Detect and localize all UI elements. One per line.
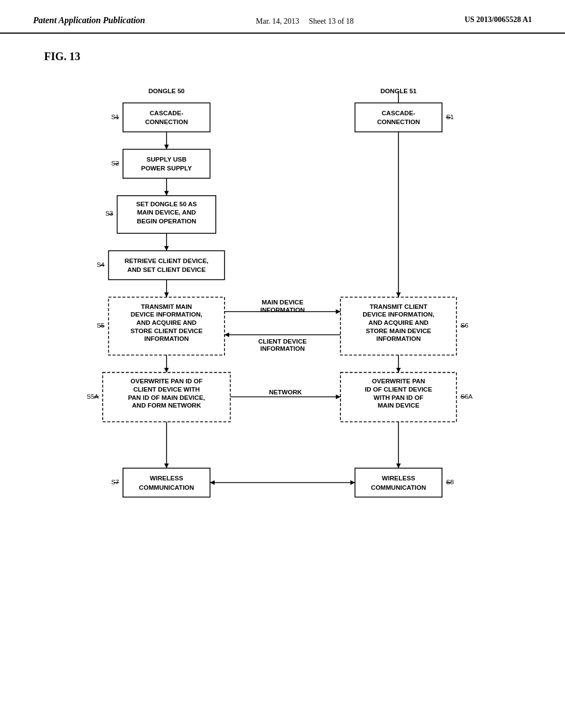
s5-line5: INFORMATION	[144, 335, 189, 342]
s2-box-line1: SUPPLY USB	[147, 156, 187, 163]
s6-line1: TRANSMIT CLIENT	[370, 303, 428, 310]
svg-marker-22	[396, 292, 401, 297]
page-header: Patent Application Publication Mar. 14, …	[0, 0, 565, 34]
svg-marker-14	[164, 368, 169, 372]
sheet-info: Mar. 14, 2013 Sheet 13 of 18	[256, 15, 354, 27]
s7-label: S7	[111, 479, 119, 485]
flowchart-diagram: DONGLE 50 DONGLE 51 CASCADE- CONNECTION …	[33, 74, 532, 683]
s3-line2: MAIN DEVICE, AND	[137, 209, 196, 216]
s1-left-box-line1: CASCADE-	[150, 110, 183, 116]
s5-line2: DEVICE INFORMATION,	[131, 311, 202, 318]
s6a-line4: MAIN DEVICE	[377, 402, 419, 409]
s8-line2: COMMUNICATION	[371, 484, 426, 491]
svg-marker-25	[396, 368, 401, 372]
svg-marker-17	[164, 463, 169, 468]
s5a-line1: OVERWRITE PAN ID OF	[131, 378, 202, 384]
svg-marker-33	[225, 333, 229, 337]
s2-label: S2	[111, 160, 119, 167]
sheet: Sheet 13 of 18	[309, 17, 354, 25]
s8-label: S8	[446, 479, 454, 485]
s1-left-box-line2: CONNECTION	[145, 119, 188, 125]
s5a-line4: AND FORM NETWORK	[132, 402, 201, 409]
s5a-line2: CLIENT DEVICE WITH	[133, 386, 200, 393]
s6a-line2: ID OF CLIENT DEVICE	[365, 386, 432, 393]
s6-line2: DEVICE INFORMATION,	[363, 311, 434, 318]
s6a-line1: OVERWRITE PAN	[372, 378, 425, 384]
s1-right-label: S1	[446, 114, 454, 120]
network-label: NETWORK	[269, 389, 302, 395]
s7-line1: WIRELESS	[150, 475, 184, 481]
s5-label: S5	[97, 322, 104, 329]
s1-left-label: S1	[111, 114, 119, 120]
svg-marker-35	[336, 394, 340, 399]
svg-rect-0	[123, 103, 210, 132]
s4-line1: RETRIEVE CLIENT DEVICE,	[125, 258, 209, 264]
s1-right-box-line2: CONNECTION	[377, 119, 420, 125]
s2-box-line2: POWER SUPPLY	[141, 165, 192, 172]
s1-right-box-line1: CASCADE-	[382, 110, 415, 116]
svg-rect-29	[355, 468, 442, 497]
figure-label: FIG. 13	[44, 50, 532, 63]
s4-line2: AND SET CLIENT DEVICE	[127, 266, 206, 273]
svg-marker-5	[164, 191, 169, 195]
s3-label: S3	[105, 210, 113, 217]
main-device-info-label-line1: MAIN DEVICE	[262, 299, 303, 306]
s6-line3: AND ACQUIRE AND	[369, 319, 429, 326]
s6a-label: S6A	[461, 393, 473, 400]
s5a-label: S5A	[87, 393, 99, 400]
svg-rect-3	[123, 149, 210, 179]
s6-line5: INFORMATION	[376, 335, 421, 342]
svg-marker-8	[164, 246, 169, 250]
main-device-info-label-line2: INFORMATION	[260, 307, 305, 313]
svg-rect-9	[109, 251, 225, 280]
svg-marker-37	[210, 480, 215, 485]
publication-label: Patent Application Publication	[33, 15, 145, 25]
patent-number: US 2013/0065528 A1	[465, 15, 532, 24]
client-device-info-label-line1: CLIENT DEVICE	[258, 338, 307, 345]
main-content: FIG. 13 DONGLE 50 DONGLE 51 CASCADE- CON…	[0, 34, 565, 702]
s6-label: S6	[461, 322, 468, 329]
svg-rect-18	[123, 468, 210, 497]
s4-label: S4	[97, 261, 105, 268]
dongle50-label: DONGLE 50	[148, 88, 184, 94]
s5-line3: AND ACQUIRE AND	[136, 319, 196, 326]
svg-marker-28	[396, 463, 401, 468]
s8-line1: WIRELESS	[382, 475, 415, 481]
svg-marker-2	[164, 144, 169, 149]
s6a-line3: WITH PAN ID OF	[374, 394, 423, 401]
svg-rect-20	[355, 103, 442, 132]
svg-marker-38	[350, 480, 355, 485]
s3-line3: BEGIN OPERATION	[137, 218, 196, 224]
s7-line2: COMMUNICATION	[139, 484, 194, 491]
s5a-line3: PAN ID OF MAIN DEVICE,	[128, 394, 205, 401]
svg-marker-11	[164, 292, 169, 297]
date: Mar. 14, 2013	[256, 17, 300, 25]
s6-line4: STORE MAIN DEVICE	[366, 328, 431, 334]
client-device-info-label-line2: INFORMATION	[260, 345, 305, 352]
s5-line4: STORE CLIENT DEVICE	[130, 328, 202, 334]
s3-line1: SET DONGLE 50 AS	[136, 201, 197, 207]
s5-line1: TRANSMIT MAIN	[141, 303, 192, 310]
svg-marker-31	[336, 309, 340, 314]
